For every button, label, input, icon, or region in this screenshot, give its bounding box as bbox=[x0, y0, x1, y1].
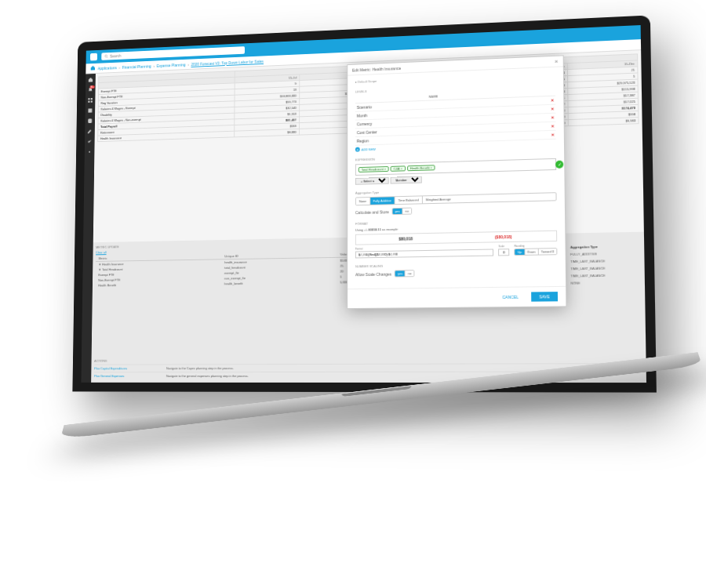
allow-yes[interactable]: yes bbox=[395, 270, 406, 276]
format-positive: $80,018 bbox=[398, 236, 413, 241]
grid-cell[interactable]: $9,983 bbox=[568, 118, 639, 126]
chip-benefit[interactable]: Health Benefit × bbox=[407, 165, 435, 171]
plus-icon: + bbox=[355, 147, 360, 152]
add-new-level[interactable]: +ADD NEW bbox=[355, 147, 376, 152]
chip-headcount[interactable]: Total Headcount × bbox=[358, 166, 389, 172]
crumb-0[interactable]: Applications bbox=[98, 65, 117, 71]
expression-member-select[interactable]: Member bbox=[391, 176, 422, 184]
search-placeholder: Search bbox=[110, 53, 121, 58]
sidebar-item-data[interactable] bbox=[87, 118, 93, 124]
format-preview: $80,018 ($80,018) bbox=[355, 230, 557, 245]
number-scaling-label: NUMBER SCALING bbox=[355, 261, 558, 268]
action-link[interactable]: Plan Capital Expenditures bbox=[94, 366, 159, 370]
format-string-input[interactable] bbox=[355, 249, 494, 258]
sidebar-item-apps[interactable] bbox=[87, 97, 93, 103]
crumb-3[interactable]: 2020 Forecast V2: Top Down Labor for Sal… bbox=[191, 59, 264, 67]
default-scope-toggle[interactable]: ▸ Default Scope bbox=[355, 72, 555, 84]
delete-level-icon[interactable]: ✕ bbox=[514, 130, 556, 140]
calc-store-toggle[interactable]: yes no bbox=[392, 208, 412, 215]
close-icon[interactable]: × bbox=[555, 58, 559, 65]
calc-yes[interactable]: yes bbox=[393, 209, 403, 214]
round-toward-zero[interactable]: Toward 0 bbox=[539, 249, 557, 254]
scale-label: Scale bbox=[498, 245, 509, 248]
agg-weighted-avg[interactable]: Weighted Average bbox=[423, 195, 454, 203]
svg-rect-5 bbox=[91, 100, 93, 102]
agg-fully-additive[interactable]: Fully Additive bbox=[370, 197, 395, 205]
edit-metric-modal: Edit Metric: Health Insurance × ▸ Defaul… bbox=[347, 55, 566, 309]
sidebar-item-reports[interactable] bbox=[87, 107, 93, 114]
svg-rect-2 bbox=[88, 98, 89, 100]
metric-name[interactable]: Health Benefit bbox=[96, 281, 222, 288]
calc-store-label: Calculate and Store bbox=[355, 209, 389, 215]
search-icon bbox=[104, 54, 108, 59]
svg-point-8 bbox=[89, 151, 90, 153]
svg-line-1 bbox=[107, 56, 107, 57]
crumb-2[interactable]: Expense Planning bbox=[157, 62, 186, 67]
calc-no[interactable]: no bbox=[403, 209, 411, 214]
svg-rect-6 bbox=[88, 108, 92, 112]
svg-rect-3 bbox=[91, 98, 93, 100]
cancel-button[interactable]: CANCEL bbox=[494, 292, 526, 303]
agg-none[interactable]: None bbox=[356, 198, 370, 205]
sidebar-item-notifications[interactable]: 99+ bbox=[88, 87, 93, 93]
rounding-toggle[interactable]: Up Down Toward 0 bbox=[515, 248, 558, 256]
chip-remove-icon: × bbox=[384, 167, 386, 171]
sidebar-item-check[interactable] bbox=[87, 139, 93, 145]
sidebar-item-home[interactable] bbox=[88, 77, 93, 83]
valid-check-icon: ✓ bbox=[555, 160, 563, 168]
scale-input[interactable] bbox=[498, 249, 509, 256]
format-negative: ($80,018) bbox=[495, 234, 512, 239]
grid-cell[interactable]: $8,000 bbox=[235, 129, 299, 136]
app-logo bbox=[90, 53, 97, 61]
allow-no[interactable]: no bbox=[406, 270, 413, 276]
svg-point-0 bbox=[105, 55, 107, 57]
sidebar-item-settings[interactable] bbox=[86, 149, 92, 155]
agg-time-balanced[interactable]: Time Balanced bbox=[395, 196, 423, 204]
allow-scale-toggle[interactable]: yes no bbox=[395, 270, 414, 277]
actions-title: ACTIONS bbox=[94, 358, 642, 363]
allow-scale-label: Allow Scale Changes bbox=[355, 271, 391, 277]
expression-type-select[interactable]: + Select a bbox=[355, 177, 389, 185]
action-link[interactable]: Plan General Expenses bbox=[94, 374, 159, 378]
svg-rect-4 bbox=[88, 101, 89, 103]
round-down[interactable]: Down bbox=[525, 249, 539, 254]
save-button[interactable]: SAVE bbox=[531, 292, 558, 302]
chip-op[interactable]: C&A × bbox=[391, 165, 406, 171]
sidebar-item-edit[interactable] bbox=[87, 128, 93, 134]
modal-title: Edit Metric: Health Insurance bbox=[352, 66, 401, 72]
agg-type-toggle[interactable]: None Fully Additive Time Balanced Weight… bbox=[355, 192, 557, 205]
crumb-1[interactable]: Financial Planning bbox=[122, 64, 151, 69]
round-up[interactable]: Up bbox=[515, 249, 525, 255]
home-icon[interactable] bbox=[90, 65, 96, 72]
